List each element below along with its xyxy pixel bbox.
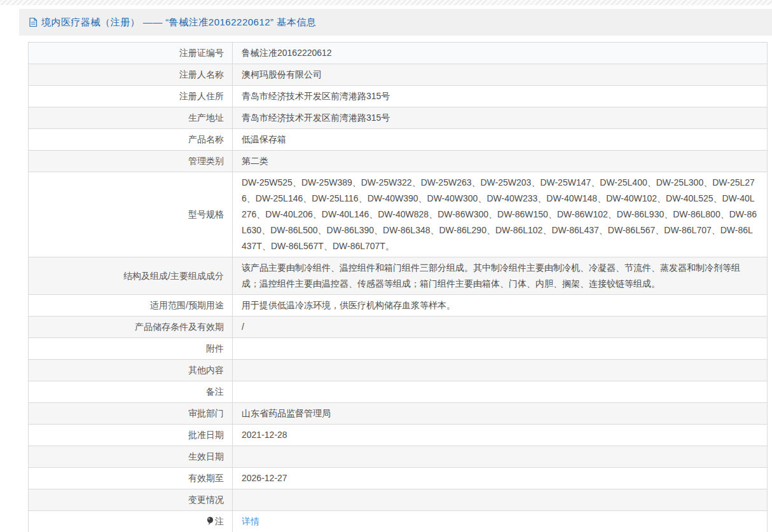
table-row: 其他内容 bbox=[29, 360, 768, 381]
row-label: 审批部门 bbox=[29, 403, 233, 425]
page-top-texture bbox=[0, 0, 772, 5]
row-value: 2021-12-28 bbox=[233, 425, 768, 446]
table-row: 生效日期 bbox=[29, 446, 768, 468]
row-label: 注 bbox=[29, 511, 233, 532]
row-label: 备注 bbox=[29, 381, 233, 403]
table-row: 适用范围/预期用途用于提供低温冷冻环境，供医疗机构储存血浆等样本。 bbox=[29, 295, 768, 317]
row-value: 山东省药品监督管理局 bbox=[233, 403, 768, 425]
row-label: 适用范围/预期用途 bbox=[29, 295, 233, 317]
row-value: 2026-12-27 bbox=[233, 468, 768, 489]
table-row: 生产地址青岛市经济技术开发区前湾港路315号 bbox=[29, 107, 768, 129]
row-value bbox=[233, 381, 768, 403]
row-label: 生效日期 bbox=[29, 446, 233, 468]
row-value bbox=[233, 360, 768, 381]
row-value: / bbox=[233, 317, 768, 338]
table-row: 批准日期2021-12-28 bbox=[29, 425, 768, 446]
row-value: 低温保存箱 bbox=[233, 129, 768, 151]
table-row: 结构及组成/主要组成成分该产品主要由制冷组件、温控组件和箱门组件三部分组成。其中… bbox=[29, 257, 768, 295]
row-label: 其他内容 bbox=[29, 360, 233, 381]
main-content: 境内医疗器械（注册） —— “鲁械注准20162220612” 基本信息 注册证… bbox=[19, 9, 772, 532]
table-row: 产品储存条件及有效期/ bbox=[29, 317, 768, 338]
table-row: 型号规格DW-25W525、DW-25W389、DW-25W322、DW-25W… bbox=[29, 172, 768, 257]
row-label: 注册人名称 bbox=[29, 64, 233, 86]
row-label: 产品名称 bbox=[29, 129, 233, 151]
row-value: 第二类 bbox=[233, 151, 768, 172]
row-value: 用于提供低温冷冻环境，供医疗机构储存血浆等样本。 bbox=[233, 295, 768, 317]
row-label: 附件 bbox=[29, 338, 233, 360]
row-value: 详情 bbox=[233, 511, 768, 532]
balloon-icon bbox=[207, 517, 214, 526]
table-row: 注册人名称澳柯玛股份有限公司 bbox=[29, 64, 768, 86]
details-link[interactable]: 详情 bbox=[242, 516, 259, 526]
table-row: 注册人住所青岛市经济技术开发区前湾港路315号 bbox=[29, 86, 768, 107]
page-title: 境内医疗器械（注册） —— “鲁械注准20162220612” 基本信息 bbox=[41, 17, 316, 29]
row-label: 有效期至 bbox=[29, 468, 233, 489]
table-row: 有效期至2026-12-27 bbox=[29, 468, 768, 489]
table-row: 附件 bbox=[29, 338, 768, 360]
row-label-text: 注 bbox=[215, 516, 224, 526]
row-value: DW-25W525、DW-25W389、DW-25W322、DW-25W263、… bbox=[233, 172, 768, 257]
row-label: 产品储存条件及有效期 bbox=[29, 317, 233, 338]
row-label: 注册证编号 bbox=[29, 43, 233, 64]
row-value bbox=[233, 489, 768, 511]
section-header: 境内医疗器械（注册） —— “鲁械注准20162220612” 基本信息 bbox=[19, 9, 772, 36]
table-row: 备注 bbox=[29, 381, 768, 403]
table-row: 管理类别第二类 bbox=[29, 151, 768, 172]
table-row: 注详情 bbox=[29, 511, 768, 532]
table-row: 注册证编号鲁械注准20162220612 bbox=[29, 43, 768, 64]
row-label: 结构及组成/主要组成成分 bbox=[29, 257, 233, 295]
row-label: 生产地址 bbox=[29, 107, 233, 129]
row-label: 型号规格 bbox=[29, 172, 233, 257]
registration-info-table: 注册证编号鲁械注准20162220612注册人名称澳柯玛股份有限公司注册人住所青… bbox=[28, 42, 768, 532]
row-value bbox=[233, 446, 768, 468]
table-row: 审批部门山东省药品监督管理局 bbox=[29, 403, 768, 425]
row-label: 管理类别 bbox=[29, 151, 233, 172]
row-value: 青岛市经济技术开发区前湾港路315号 bbox=[233, 107, 768, 129]
table-row: 产品名称低温保存箱 bbox=[29, 129, 768, 151]
row-value bbox=[233, 338, 768, 360]
row-label: 注册人住所 bbox=[29, 86, 233, 107]
table-row: 变更情况 bbox=[29, 489, 768, 511]
row-value: 该产品主要由制冷组件、温控组件和箱门组件三部分组成。其中制冷组件主要由制冷机、冷… bbox=[233, 257, 768, 295]
row-label: 批准日期 bbox=[29, 425, 233, 446]
document-icon bbox=[29, 17, 38, 27]
row-value: 青岛市经济技术开发区前湾港路315号 bbox=[233, 86, 768, 107]
row-value: 鲁械注准20162220612 bbox=[233, 43, 768, 64]
row-label: 变更情况 bbox=[29, 489, 233, 511]
row-value: 澳柯玛股份有限公司 bbox=[233, 64, 768, 86]
